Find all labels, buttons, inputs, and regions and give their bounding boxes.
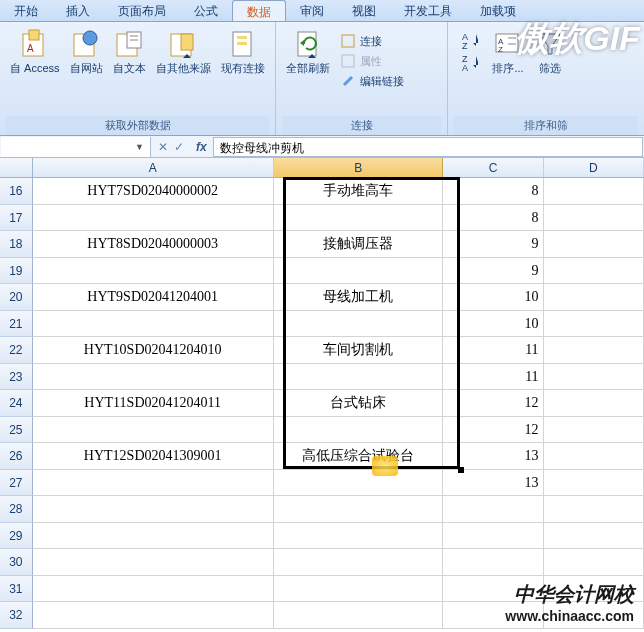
row-header[interactable]: 23 <box>0 364 33 391</box>
col-header-C[interactable]: C <box>443 158 543 177</box>
sort-dialog-button[interactable]: AZ 排序... <box>488 26 528 77</box>
cell[interactable] <box>33 417 274 444</box>
select-all-corner[interactable] <box>0 158 33 177</box>
refresh-all-button[interactable]: 全部刷新 <box>282 26 334 77</box>
name-box-input[interactable] <box>7 140 107 154</box>
row-header[interactable]: 24 <box>0 390 33 417</box>
row-header[interactable]: 26 <box>0 443 33 470</box>
cell[interactable] <box>443 496 543 523</box>
cell[interactable] <box>443 549 543 576</box>
cell[interactable] <box>274 364 444 391</box>
row-header[interactable]: 18 <box>0 231 33 258</box>
cell[interactable]: 13 <box>443 470 543 497</box>
cell[interactable] <box>274 523 444 550</box>
cell[interactable] <box>274 205 444 232</box>
cell[interactable] <box>274 258 444 285</box>
cell[interactable] <box>544 258 644 285</box>
row-header[interactable]: 19 <box>0 258 33 285</box>
cell[interactable]: 8 <box>443 205 543 232</box>
cell[interactable]: HYT9SD02041204001 <box>33 284 274 311</box>
tab-layout[interactable]: 页面布局 <box>104 0 180 21</box>
cell[interactable] <box>544 549 644 576</box>
cancel-icon[interactable]: ✕ <box>158 140 168 154</box>
cell[interactable] <box>33 205 274 232</box>
tab-formulas[interactable]: 公式 <box>180 0 232 21</box>
sort-asc-button[interactable]: AZ <box>458 32 482 50</box>
row-header[interactable]: 17 <box>0 205 33 232</box>
cell[interactable]: 接触调压器 <box>274 231 444 258</box>
from-other-button[interactable]: 自其他来源 <box>152 26 215 77</box>
cell[interactable] <box>443 602 543 629</box>
cell[interactable] <box>544 231 644 258</box>
tab-data[interactable]: 数据 <box>232 0 286 21</box>
sort-desc-button[interactable]: ZA <box>458 54 482 72</box>
cell[interactable]: HYT12SD02041309001 <box>33 443 274 470</box>
row-header[interactable]: 32 <box>0 602 33 629</box>
from-web-button[interactable]: 自网站 <box>66 26 107 77</box>
cell[interactable] <box>33 523 274 550</box>
cell[interactable]: 8 <box>443 178 543 205</box>
enter-icon[interactable]: ✓ <box>174 140 184 154</box>
cell[interactable] <box>274 470 444 497</box>
from-text-button[interactable]: 自文本 <box>109 26 150 77</box>
row-header[interactable]: 22 <box>0 337 33 364</box>
cell[interactable]: HYT10SD02041204010 <box>33 337 274 364</box>
formula-input[interactable]: 数控母线冲剪机 <box>213 137 643 157</box>
cell[interactable] <box>544 178 644 205</box>
cell[interactable] <box>33 364 274 391</box>
cell[interactable] <box>33 576 274 603</box>
cell[interactable] <box>544 311 644 338</box>
cell[interactable] <box>544 443 644 470</box>
cell[interactable]: HYT7SD02040000002 <box>33 178 274 205</box>
cell[interactable]: 10 <box>443 311 543 338</box>
row-header[interactable]: 21 <box>0 311 33 338</box>
cell[interactable] <box>33 311 274 338</box>
name-box[interactable]: ▼ <box>1 137 151 157</box>
cell[interactable]: 11 <box>443 337 543 364</box>
cell[interactable] <box>544 284 644 311</box>
row-header[interactable]: 27 <box>0 470 33 497</box>
cell[interactable]: 高低压综合试验台 <box>274 443 444 470</box>
cell[interactable]: 9 <box>443 258 543 285</box>
row-header[interactable]: 31 <box>0 576 33 603</box>
cell[interactable] <box>33 258 274 285</box>
col-header-D[interactable]: D <box>544 158 644 177</box>
tab-home[interactable]: 开始 <box>0 0 52 21</box>
row-header[interactable]: 28 <box>0 496 33 523</box>
from-access-button[interactable]: A 自 Access <box>6 26 64 77</box>
cell[interactable] <box>443 576 543 603</box>
row-header[interactable]: 16 <box>0 178 33 205</box>
tab-view[interactable]: 视图 <box>338 0 390 21</box>
cell[interactable]: HYT11SD02041204011 <box>33 390 274 417</box>
cell[interactable] <box>544 576 644 603</box>
cell[interactable] <box>274 576 444 603</box>
col-header-B[interactable]: B <box>274 158 444 177</box>
cell[interactable] <box>544 417 644 444</box>
cell[interactable]: 手动堆高车 <box>274 178 444 205</box>
tab-review[interactable]: 审阅 <box>286 0 338 21</box>
name-box-dropdown-icon[interactable]: ▼ <box>135 142 144 152</box>
cell[interactable] <box>544 470 644 497</box>
cell[interactable] <box>33 470 274 497</box>
cell[interactable]: 9 <box>443 231 543 258</box>
row-header[interactable]: 25 <box>0 417 33 444</box>
cell[interactable]: 母线加工机 <box>274 284 444 311</box>
cell[interactable] <box>544 337 644 364</box>
cell[interactable]: 12 <box>443 390 543 417</box>
cell[interactable]: 车间切割机 <box>274 337 444 364</box>
cell[interactable] <box>274 496 444 523</box>
tab-developer[interactable]: 开发工具 <box>390 0 466 21</box>
fx-icon[interactable]: fx <box>190 140 213 154</box>
cell[interactable] <box>544 523 644 550</box>
existing-connections-button[interactable]: 现有连接 <box>217 26 269 77</box>
connections-button[interactable]: 连接 <box>336 32 408 50</box>
fill-handle[interactable] <box>458 467 464 473</box>
cell[interactable] <box>274 417 444 444</box>
cell[interactable]: 12 <box>443 417 543 444</box>
cell[interactable] <box>544 602 644 629</box>
cell[interactable]: 13 <box>443 443 543 470</box>
cell[interactable] <box>544 205 644 232</box>
row-header[interactable]: 20 <box>0 284 33 311</box>
cell[interactable]: HYT8SD02040000003 <box>33 231 274 258</box>
row-header[interactable]: 30 <box>0 549 33 576</box>
